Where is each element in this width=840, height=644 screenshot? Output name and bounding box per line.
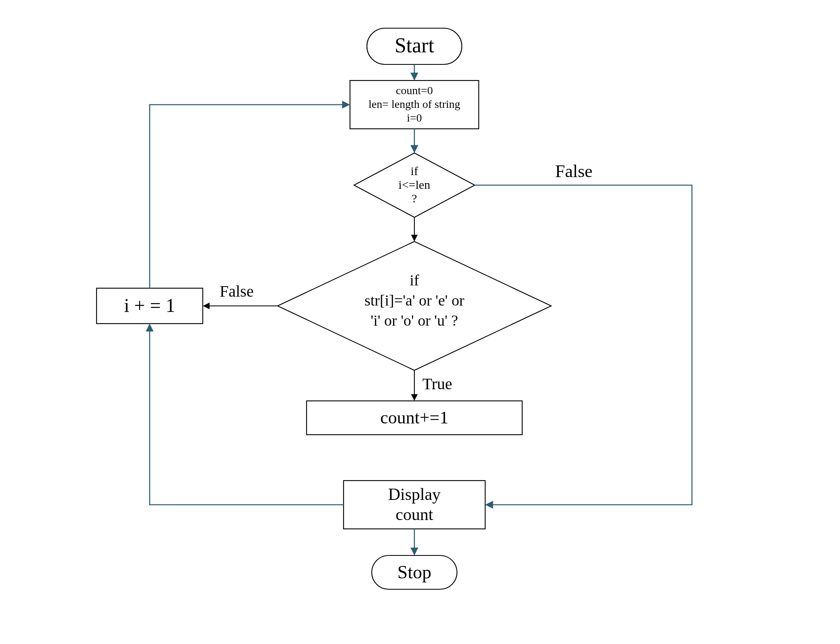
cond-len-line2: i<=len [399, 178, 430, 191]
cond-len-node: if i<=len ? [354, 153, 475, 217]
cond-vowel-line2: str[i]='a' or 'e' or [364, 292, 465, 309]
init-line2: len= length of string [369, 98, 460, 110]
init-line3: i=0 [407, 111, 422, 124]
edge-condlen-false [475, 185, 692, 505]
edge-condvowel-false-label: False [220, 282, 253, 300]
inc-count-node: count+=1 [307, 401, 522, 435]
inc-i-node: i + = 1 [97, 288, 203, 324]
start-node: Start [367, 28, 462, 64]
init-line1: count=0 [396, 84, 433, 97]
start-label: Start [395, 34, 434, 57]
display-line2: count [395, 505, 433, 524]
cond-vowel-line3: 'i' or 'o' or 'u' ? [371, 312, 458, 329]
cond-vowel-node: if str[i]='a' or 'e' or 'i' or 'o' or 'u… [278, 242, 551, 370]
edge-condlen-false-label: False [555, 161, 593, 181]
edge-condvowel-true-label: True [422, 375, 452, 393]
inc-count-label: count+=1 [380, 408, 448, 427]
stop-node: Stop [372, 555, 457, 589]
edge-inci-to-init [150, 105, 349, 288]
inc-i-label: i + = 1 [124, 295, 175, 316]
display-line1: Display [388, 485, 441, 504]
init-node: count=0 len= length of string i=0 [350, 80, 479, 129]
cond-len-line1: if [411, 164, 418, 178]
cond-vowel-line1: if [410, 272, 419, 289]
display-node: Display count [344, 481, 485, 529]
cond-len-line3: ? [412, 192, 417, 205]
stop-label: Stop [397, 562, 431, 582]
